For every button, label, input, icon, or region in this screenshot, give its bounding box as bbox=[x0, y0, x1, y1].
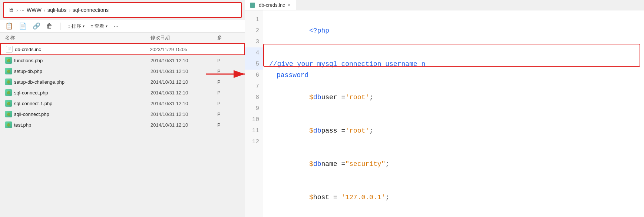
editor-tab[interactable]: db-creds.inc ✕ bbox=[245, 0, 296, 10]
file-row[interactable]: 📄 db-creds.inc 2023/11/29 15:05 bbox=[0, 43, 245, 55]
code-area: 1 2 3 4 5 6 7 8 9 10 11 12 <?php bbox=[245, 10, 644, 217]
file-extra: P bbox=[217, 111, 240, 117]
var-name: name = bbox=[321, 160, 345, 168]
editor-tab-bar: db-creds.inc ✕ bbox=[245, 0, 644, 10]
dollar-sign: $ bbox=[309, 94, 313, 101]
file-extra: P bbox=[217, 90, 240, 96]
code-line-3: //give your mysql connection username n bbox=[269, 59, 638, 70]
line-num: 6 bbox=[245, 70, 263, 81]
string-val: '127.0.0.1' bbox=[341, 194, 385, 201]
line-numbers: 1 2 3 4 5 6 7 8 9 10 11 12 bbox=[245, 10, 263, 217]
file-date: 2014/10/31 12:10 bbox=[151, 90, 217, 96]
share-icon[interactable]: 🔗 bbox=[33, 22, 40, 30]
view-label: ≡ 查看 bbox=[90, 23, 104, 30]
comment-text: //give your mysql connection username n bbox=[269, 60, 425, 68]
copy-icon[interactable]: 📋 bbox=[5, 22, 13, 30]
breadcrumb-www[interactable]: WWW bbox=[27, 7, 42, 13]
file-row[interactable]: 🟢 setup-db.php 2014/10/31 12:10 P bbox=[0, 66, 245, 77]
file-row[interactable]: 🟢 sqli-connect.php 2014/10/31 12:10 P bbox=[0, 109, 245, 120]
code-line-3b: password bbox=[269, 70, 638, 81]
view-button[interactable]: ≡ 查看 ▾ bbox=[90, 23, 108, 30]
sort-button[interactable]: ↕ 排序 ▾ bbox=[68, 23, 85, 30]
file-list-header: 名称 修改日期 多 bbox=[0, 33, 245, 43]
dollar-sign: $ bbox=[309, 127, 313, 134]
file-date: 2023/11/29 15:05 bbox=[150, 47, 217, 52]
sort-chevron: ▾ bbox=[83, 24, 85, 28]
date-header: 修改日期 bbox=[151, 34, 217, 41]
file-row[interactable]: 🟢 sql-connect.php 2014/10/31 12:10 P bbox=[0, 87, 245, 98]
extra-header: 多 bbox=[217, 34, 240, 41]
file-list: 📄 db-creds.inc 2023/11/29 15:05 🟢 functi… bbox=[0, 43, 245, 217]
breadcrumb-sql-connections[interactable]: sql-connections bbox=[73, 7, 109, 13]
sep1: › bbox=[44, 7, 45, 13]
sort-label: ↕ 排序 bbox=[68, 23, 81, 30]
var-name: user = bbox=[321, 94, 345, 101]
line-num: 8 bbox=[245, 92, 263, 103]
line-num: 10 bbox=[245, 114, 263, 125]
breadcrumb-arrow: › bbox=[16, 7, 18, 13]
db-keyword: db bbox=[313, 94, 321, 101]
filename: setup-db-challenge.php bbox=[14, 79, 65, 85]
string-val: 'root' bbox=[345, 94, 369, 101]
breadcrumb-sqli-labs[interactable]: sqli-labs bbox=[47, 7, 66, 13]
view-chevron: ▾ bbox=[106, 24, 108, 28]
line-num: 1 bbox=[245, 14, 263, 25]
file-date: 2014/10/31 12:10 bbox=[151, 122, 217, 128]
right-panel: db-creds.inc ✕ 1 2 3 4 5 6 7 8 9 10 11 1… bbox=[245, 0, 644, 217]
line-num: 2 bbox=[245, 25, 263, 36]
line-num: 4 bbox=[245, 47, 263, 59]
breadcrumb[interactable]: 🖥 › ··· WWW › sqli-labs › sql-connection… bbox=[3, 2, 242, 18]
more-options-icon[interactable]: ··· bbox=[113, 23, 118, 30]
code-content: <?php //give your mysql connection usern… bbox=[263, 10, 644, 217]
semicolon: ; bbox=[369, 94, 373, 101]
file-row[interactable]: 🟢 sql-connect-1.php 2014/10/31 12:10 P bbox=[0, 98, 245, 109]
sep2: › bbox=[69, 7, 70, 13]
semicolon: ; bbox=[369, 127, 373, 134]
delete-icon[interactable]: 🗑 bbox=[46, 23, 53, 30]
code-line-5: $dbpass ='root'; bbox=[269, 114, 638, 147]
php-file-icon: 🟢 bbox=[5, 79, 12, 85]
filename: setup-db.php bbox=[14, 69, 42, 74]
var-name: pass = bbox=[321, 127, 345, 134]
code-line-1: <?php bbox=[269, 14, 638, 47]
db-keyword: db bbox=[313, 160, 321, 168]
new-file-icon[interactable]: 📄 bbox=[19, 22, 27, 30]
filename: sqli-connect.php bbox=[14, 111, 49, 117]
file-extra: P bbox=[217, 69, 240, 74]
file-row[interactable]: 🟢 test.php 2014/10/31 12:10 P bbox=[0, 120, 245, 130]
string-val: 'root' bbox=[345, 127, 369, 134]
code-line-6: $dbname ="security"; bbox=[269, 147, 638, 181]
dollar-sign: $ bbox=[309, 194, 313, 201]
filename: sql-connect.php bbox=[14, 90, 48, 96]
line-num: 11 bbox=[245, 125, 263, 136]
name-header: 名称 bbox=[5, 34, 151, 41]
php-file-icon: 🟢 bbox=[5, 68, 12, 74]
file-row[interactable]: 🟢 setup-db-challenge.php 2014/10/31 12:1… bbox=[0, 77, 245, 87]
breadcrumb-dots: ··· bbox=[20, 7, 24, 13]
filename: db-creds.inc bbox=[15, 47, 41, 52]
semicolon: ; bbox=[385, 194, 389, 201]
php-file-icon: 🟢 bbox=[5, 89, 12, 96]
file-date: 2014/10/31 12:10 bbox=[151, 69, 217, 74]
tab-file-icon bbox=[250, 3, 255, 8]
file-date: 2014/10/31 12:10 bbox=[151, 111, 217, 117]
php-open-tag: <?php bbox=[309, 27, 329, 34]
var-name: host = bbox=[313, 194, 341, 201]
file-extra: P bbox=[217, 122, 240, 128]
tab-close-button[interactable]: ✕ bbox=[287, 3, 291, 7]
toolbar: 📋 📄 🔗 🗑 ↕ 排序 ▾ ≡ 查看 ▾ ··· bbox=[0, 20, 245, 33]
tab-label: db-creds.inc bbox=[259, 2, 285, 8]
php-file-icon: 🟢 bbox=[5, 57, 12, 64]
code-line-2 bbox=[269, 47, 638, 59]
monitor-icon: 🖥 bbox=[8, 7, 14, 13]
file-date: 2014/10/31 12:10 bbox=[151, 101, 217, 106]
file-extra: P bbox=[217, 58, 240, 63]
file-row[interactable]: 🟢 functions.php 2014/10/31 12:10 P bbox=[0, 55, 245, 66]
line-num: 5 bbox=[245, 59, 263, 70]
php-file-icon: 🟢 bbox=[5, 111, 12, 117]
line-num: 7 bbox=[245, 81, 263, 92]
semicolon: ; bbox=[385, 160, 389, 168]
file-date: 2014/10/31 12:10 bbox=[151, 58, 217, 63]
file-extra: P bbox=[217, 79, 240, 85]
dollar-sign: $ bbox=[309, 160, 313, 168]
